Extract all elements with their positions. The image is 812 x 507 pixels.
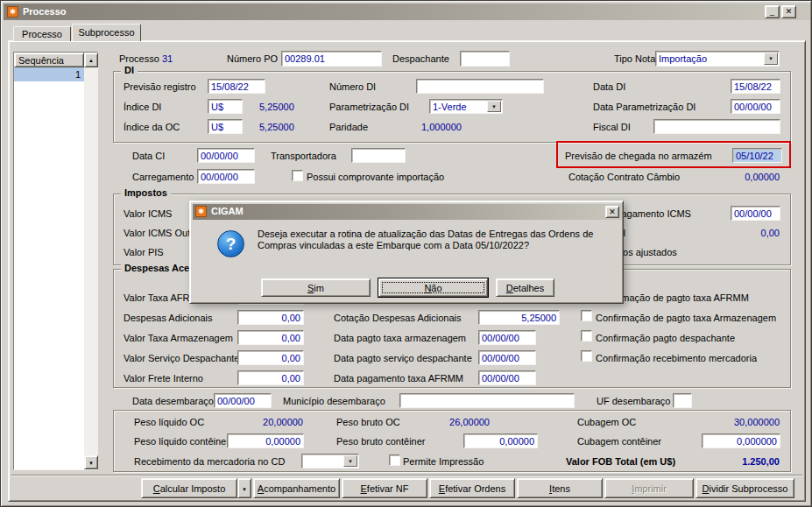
transportadora-label: Transportadora (271, 151, 336, 162)
numero-di-label: Número DI (329, 81, 376, 93)
data-pagto-armazenagem-field[interactable]: 00/00/00 (478, 330, 536, 345)
conf-recebimento-checkbox[interactable] (581, 350, 592, 362)
tab-subprocesso[interactable]: Subprocesso (72, 24, 141, 41)
calcular-imposto-button[interactable]: Calcular Imposto (141, 478, 237, 498)
dialog-message-line2: Compras vinculadas a este Embarque com a… (258, 240, 529, 251)
valor-frete-interno-field[interactable]: 0,00 (237, 370, 304, 385)
annotation-highlight-box (556, 141, 791, 168)
indice-di-taxa-value: 5,25000 (259, 102, 294, 113)
data-desembaraco-field[interactable]: 00/00/00 (214, 393, 272, 408)
scroll-down-icon[interactable]: ▼ (84, 455, 98, 469)
minimize-icon[interactable]: _ (765, 5, 780, 18)
despachante-label: Despachante (392, 53, 449, 65)
recebimento-cd-label: Recebimento da mercadoria no CD (134, 456, 285, 468)
transportadora-field[interactable] (351, 148, 406, 163)
possui-comprovante-label: Possui comprovante importação (307, 172, 444, 183)
previsao-registro-label: Previsão registro (124, 81, 196, 93)
peso-liquido-oc-label: Peso líquido OC (134, 417, 204, 428)
numero-di-field[interactable] (416, 79, 544, 94)
data-pagamento-icms-field[interactable]: 00/00/00 (731, 206, 780, 221)
data-pagto-despachante-label: Data pagto serviço despachante (334, 353, 472, 364)
sequencia-grid: Sequência ▲ 1 ▼ (13, 52, 98, 470)
uf-desembaraco-field[interactable] (673, 393, 692, 408)
close-icon[interactable]: ✕ (781, 5, 796, 18)
tipo-nota-label: Tipo Nota (614, 53, 655, 65)
dividir-subprocesso-button[interactable]: Dividir Subprocesso (695, 478, 794, 498)
cubagem-conteiner-label: Cubagem contêiner (577, 436, 661, 447)
despesas-adicionais-field[interactable]: 0,00 (237, 310, 304, 325)
efetivar-ordens-button[interactable]: Efetivar Ordens (429, 478, 515, 498)
fiscal-di-label: Fiscal DI (593, 122, 631, 133)
permite-impressao-label: Permite Impressão (403, 456, 484, 468)
dialog-close-icon[interactable]: ✕ (605, 206, 619, 218)
tipo-nota-select[interactable]: Importação ▼ (655, 51, 780, 67)
acompanhamento-button[interactable]: Acompanhamento (253, 478, 340, 498)
data-pagamento-afrmm-field[interactable]: 00/00/00 (478, 370, 536, 385)
sequencia-column-header[interactable]: Sequência (14, 53, 84, 67)
di-group-title: DI (121, 65, 138, 76)
valor-taxa-armazenagem-field[interactable]: 0,00 (237, 330, 304, 345)
despachante-field[interactable] (460, 51, 510, 67)
bottom-separator (11, 475, 802, 476)
previsao-registro-field[interactable]: 15/08/22 (208, 79, 265, 94)
cotacao-despesas-field[interactable]: 5,25000 (478, 310, 560, 325)
fiscal-di-field[interactable] (653, 119, 780, 134)
detalhes-button[interactable]: Detalhes (496, 278, 554, 297)
despesas-adicionais-label: Despesas Adicionais (124, 313, 213, 324)
parametrizacao-di-select[interactable]: 1-Verde ▼ (429, 99, 503, 114)
recebimento-cd-select[interactable]: ▼ (301, 454, 359, 468)
possui-comprovante-checkbox[interactable] (292, 170, 303, 181)
calcular-imposto-dropdown-icon[interactable]: ▼ (237, 478, 251, 498)
indice-di-moeda-field[interactable]: U$ (208, 99, 243, 114)
parametrizacao-di-dropdown-icon[interactable]: ▼ (487, 101, 501, 112)
valor-servico-despachante-field[interactable]: 0,00 (237, 350, 304, 365)
permite-impressao-checkbox[interactable] (389, 454, 400, 466)
indice-di-label: Índice DI (124, 102, 161, 113)
conf-despachante-label: Confirmação pagto despachante (596, 333, 735, 344)
data-parametrizacao-di-field[interactable]: 00/00/00 (731, 99, 780, 114)
cubagem-conteiner-field[interactable]: 0,000000 (702, 433, 780, 448)
valor-fob-label: Valor FOB Total (em U$) (566, 456, 675, 468)
scrollbar-track[interactable] (84, 67, 98, 455)
paridade-label: Paridade (329, 122, 368, 133)
data-ci-field[interactable]: 00/00/00 (197, 148, 255, 163)
valor-fob-value: 1.250,00 (694, 456, 780, 468)
peso-liquido-conteiner-field[interactable]: 0,00000 (227, 433, 304, 448)
peso-bruto-conteiner-field[interactable]: 0,00000 (463, 433, 538, 448)
paridade-value: 1,000000 (421, 122, 462, 133)
peso-bruto-conteiner-label: Peso bruto contêiner (336, 436, 426, 447)
sim-button[interactable]: Sim (261, 278, 371, 297)
tab-processo[interactable]: Processo (13, 26, 71, 41)
data-ci-label: Data CI (132, 151, 165, 162)
data-desembaraco-label: Data desembaraço (132, 396, 214, 407)
municipio-desembaraco-field[interactable] (399, 393, 575, 408)
valor-taxa-armazenagem-label: Valor Taxa Armazenagem (124, 333, 233, 344)
dialog-titlebar: ✱ CIGAM ✕ (193, 204, 622, 220)
recebimento-cd-dropdown-icon[interactable]: ▼ (343, 455, 357, 467)
valor-frete-interno-label: Valor Frete Interno (124, 373, 203, 384)
conf-armazenagem-checkbox[interactable] (581, 310, 592, 321)
cubagem-oc-label: Cubagem OC (577, 417, 636, 428)
window-titlebar: ✱ Processo _ ✕ (4, 4, 810, 20)
numero-po-field[interactable]: 00289.01 (281, 51, 382, 67)
sequencia-row-selected[interactable]: 1 (14, 67, 84, 81)
dialog-message-line1: Deseja executar a rotina de atualização … (258, 229, 593, 240)
efetivar-nf-button[interactable]: Efetivar NF (342, 478, 427, 498)
scroll-up-icon[interactable]: ▲ (84, 53, 98, 67)
nao-button[interactable]: Não (378, 278, 488, 297)
valor-ipi-value: 0,00 (694, 228, 780, 239)
municipio-desembaraco-label: Município desembaraço (283, 396, 385, 407)
tipo-nota-dropdown-icon[interactable]: ▼ (764, 53, 778, 65)
peso-bruto-oc-value: 26,00000 (404, 417, 490, 428)
conf-despachante-checkbox[interactable] (581, 330, 592, 342)
indice-oc-moeda-field[interactable]: U$ (208, 119, 243, 134)
cotacao-contrato-value: 0,00000 (694, 172, 780, 183)
data-di-field[interactable]: 15/08/22 (731, 79, 780, 94)
itens-button[interactable]: Itens (517, 478, 603, 498)
data-pagto-despachante-field[interactable]: 00/00/00 (478, 350, 536, 365)
carregamento-field[interactable]: 00/00/00 (197, 169, 255, 184)
imprimir-button: Imprimir (604, 478, 694, 498)
indice-oc-taxa-value: 5,25000 (259, 122, 294, 133)
conf-armazenagem-label: Confirmação de pagto taxa Armazenagem (596, 313, 776, 324)
valor-icms-label: Valor ICMS (124, 208, 172, 220)
